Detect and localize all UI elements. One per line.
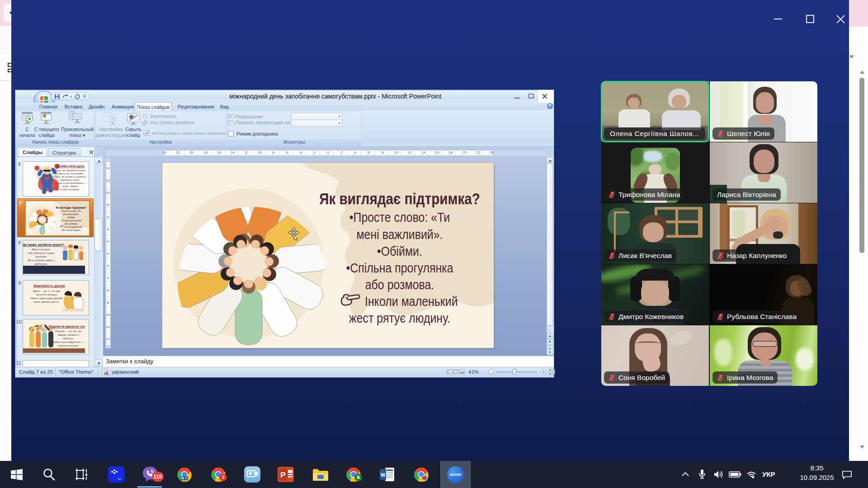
svg-text:Навіть коли сваряться —: Навіть коли сваряться — <box>52 341 84 343</box>
svg-text:доказ: завжди: доказ: завжди <box>62 185 78 188</box>
svg-text:•Просте слово: «Ти: •Просте слово: «Ти <box>61 210 81 212</box>
svg-text:проблем.: проблем. <box>35 255 47 258</box>
svg-text:Навіть одна щира дружба: Навіть одна щира дружба <box>30 297 63 300</box>
svg-text:vo: vo <box>118 477 121 480</box>
svg-text:Важливість друзів: Важливість друзів <box>33 284 65 288</box>
svg-text:W: W <box>381 472 386 478</box>
svg-text:надихають інших.: надихають інших. <box>60 178 80 181</box>
svg-text:•Спільна прогулянка: •Спільна прогулянка <box>346 261 453 275</box>
svg-text:•Кожна історія виживання —: •Кожна історія виживання — <box>54 182 86 184</box>
svg-text:є шанс на краще.: є шанс на краще. <box>60 188 80 191</box>
svg-text:Родина — це тил, де: Родина — це тил, де <box>55 330 82 333</box>
svg-text:сили йти вперед.: сили йти вперед. <box>36 293 57 296</box>
svg-text:мені важливий».: мені важливий». <box>356 227 443 242</box>
svg-text:•Не сміятися з чужих: •Не сміятися з чужих <box>28 252 54 254</box>
svg-text:Інколи маленький: Інколи маленький <box>365 294 458 309</box>
svg-text:•Обійми.: •Обійми. <box>67 216 75 219</box>
svg-text:жест рятує людину.: жест рятує людину. <box>61 228 81 231</box>
svg-text:P: P <box>280 471 285 479</box>
svg-text:завжди чекають і: завжди чекають і <box>57 333 79 336</box>
svg-text:любов сильніша.: любов сильніша. <box>57 344 79 347</box>
svg-text:Інколи маленький: Інколи маленький <box>65 225 82 228</box>
svg-text:люблять.: люблять. <box>62 337 74 340</box>
svg-text:може змінити життя.: може змінити життя. <box>34 300 60 303</box>
svg-text:Прояви сили духу: Прояви сили духу <box>56 164 85 168</box>
svg-text:ставали ще сильнішими.: ставали ще сильнішими. <box>56 172 84 175</box>
svg-text:Як виглядає підтримка?: Як виглядає підтримка? <box>56 206 86 209</box>
svg-text:дрібницях.: дрібницях. <box>34 263 48 265</box>
svg-text:Як виглядає підтримка?: Як виглядає підтримка? <box>319 190 480 208</box>
svg-text:•Просте слово: «Ти: •Просте слово: «Ти <box>349 210 450 225</box>
svg-text:жест рятує людину.: жест рятує людину. <box>349 311 450 325</box>
svg-text:•Вміти слухати.: •Вміти слухати. <box>32 248 51 251</box>
svg-text:або розмова.: або розмова. <box>365 277 434 292</box>
svg-text:•Обійми.: •Обійми. <box>377 244 422 258</box>
svg-text:Друзі — це ті, хто дає: Друзі — це ті, хто дає <box>33 290 60 292</box>
svg-text:або розмова.: або розмова. <box>65 222 78 225</box>
svg-text:•Герої, які долають труднощі,: •Герої, які долають труднощі, <box>54 175 87 178</box>
svg-text:Родина як джерело сили: Родина як джерело сили <box>49 325 85 328</box>
svg-text:мені важливий».: мені важливий». <box>63 213 79 216</box>
svg-text:•Люди, які пережили втрати,: •Люди, які пережили втрати, <box>54 169 86 172</box>
svg-text:•Бути добрим навіть у: •Бути добрим навіть у <box>27 259 55 262</box>
svg-text:•Спільна прогулянка: •Спільна прогулянка <box>61 219 81 222</box>
svg-text:Що може зробити кожен?: Що може зробити кожен? <box>23 243 65 247</box>
